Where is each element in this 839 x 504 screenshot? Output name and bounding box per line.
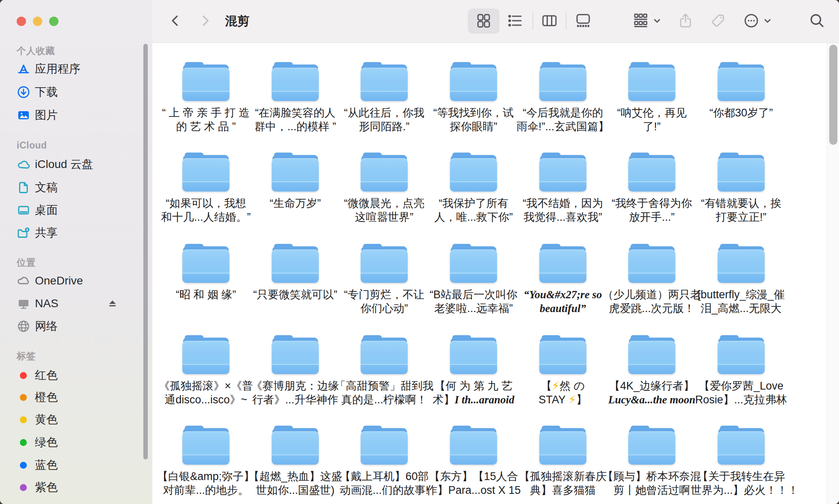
zoom-button[interactable] — [49, 17, 58, 26]
sidebar-item-onedrive[interactable]: OneDrive — [0, 269, 145, 292]
folder-label: 【何 为 第 九 艺术】I th...aranoid — [423, 379, 524, 407]
folder-icon — [628, 244, 675, 283]
folder-item[interactable]: 【顾与】桥本环奈混剪丨她曾活过啊 — [607, 426, 696, 504]
folder-item[interactable]: 【孤独摇滚新春庆典】喜多猫猫 — [518, 426, 608, 504]
folder-item[interactable]: 【⚡然 のSTAY ⚡】 — [518, 335, 608, 425]
folder-item[interactable]: “微微晨光，点亮这喧嚣世界” — [339, 153, 429, 243]
folder-icon — [628, 335, 675, 374]
sidebar-item-tag-blue[interactable]: 蓝色 — [0, 454, 145, 476]
folder-icon — [272, 153, 319, 192]
folder-item[interactable]: “等我找到你，试探你眼睛” — [429, 62, 518, 152]
folder-item[interactable]: “我不结婚，因为我觉得...喜欢我” — [518, 153, 608, 243]
column-view-button[interactable] — [541, 12, 558, 30]
folder-item[interactable]: 【东方】【15人合作】Para...ost X 15 — [429, 426, 518, 504]
close-button[interactable] — [17, 17, 26, 26]
folder-item[interactable]: 【白银&amp;弥子】对前辈...的地步。 — [161, 426, 251, 504]
folder-item[interactable]: “你都30岁了” — [696, 62, 786, 152]
appstore-icon — [16, 62, 31, 76]
sidebar-item-shared[interactable]: 共享 — [0, 222, 145, 244]
documents-icon — [16, 180, 31, 195]
sidebar-item-tag-yellow[interactable]: 黄色 — [0, 408, 145, 431]
folder-item[interactable]: “专门剪烂，不让你们心动” — [339, 244, 429, 334]
group-by-button[interactable] — [632, 12, 650, 30]
folder-icon — [272, 244, 319, 283]
folder-item[interactable]: “You&#x27;re sobeautiful” — [518, 244, 608, 334]
chevron-down-icon[interactable] — [652, 15, 662, 26]
sidebar-item-tag-purple[interactable]: 紫色 — [0, 476, 145, 499]
folder-item[interactable]: “我保护了所有人，唯...救下你” — [429, 153, 518, 243]
folder-grid: “ 上 帝 亲 手 打 造的 艺 术 品 ”“在满脸笑容的人群中，...的模样 … — [152, 43, 839, 504]
sidebar-item-tag-green[interactable]: 绿色 — [0, 431, 145, 454]
sidebar-item-network[interactable]: 网络 — [0, 315, 145, 338]
folder-label: 【白银&amp;弥子】对前辈...的地步。 — [156, 470, 256, 497]
folder-item[interactable]: “在满脸笑容的人群中，...的模样 ” — [251, 62, 340, 152]
minimize-button[interactable] — [33, 17, 42, 26]
folder-item[interactable]: 【爱你罗茜_LoveRosie】...克拉弗林 — [696, 335, 786, 425]
sidebar-item-label: 应用程序 — [35, 61, 80, 77]
folder-item[interactable]: “从此往后，你我形同陌路.” — [339, 62, 429, 152]
sidebar-item-documents[interactable]: 文稿 — [0, 176, 145, 199]
tag-button[interactable] — [709, 12, 727, 30]
forward-button[interactable] — [196, 12, 214, 30]
sidebar-item-desktop[interactable]: 桌面 — [0, 199, 145, 222]
folder-icon — [182, 426, 229, 465]
share-button[interactable] — [677, 12, 694, 30]
folder-item[interactable]: “今后我就是你的雨伞!”...玄武国篇】 — [518, 62, 608, 152]
folder-item[interactable]: “生命万岁” — [251, 153, 340, 243]
folder-item[interactable]: “B站最后一次叫你老婆啦...远幸福” — [429, 244, 518, 334]
folder-item[interactable]: 【4K_边缘行者】Lucy&a...the moon — [607, 335, 696, 425]
folder-item[interactable]: [butterfly_综漫_催泪_高燃...无限大 — [696, 244, 786, 334]
folder-item[interactable]: 《孤独摇滚》×《普通disco...isco》~ — [161, 335, 251, 425]
folder-item[interactable]: 【超燃_热血】这盛世如你...国盛世) — [251, 426, 340, 504]
folder-item[interactable]: “昭 和 姻 缘” — [161, 244, 251, 334]
sidebar-item-pictures[interactable]: 图片 — [0, 104, 145, 127]
orange-tag-icon — [20, 394, 27, 401]
folder-item[interactable]: 【关于我转生在异世界为...】必火！！！ — [696, 426, 786, 504]
folder-icon — [718, 335, 765, 374]
folder-item[interactable]: 《赛博朋克：边缘行者》...升华神作 — [251, 335, 340, 425]
sidebar-item-nas[interactable]: NAS — [0, 292, 145, 315]
sidebar-item-tag-orange[interactable]: 橙色 — [0, 386, 145, 409]
gallery-view-button[interactable] — [574, 12, 592, 30]
folder-item[interactable]: 「高甜预警」甜到我真的是...柠檬啊！ — [339, 335, 429, 425]
folder-icon — [272, 62, 319, 101]
folder-icon — [182, 244, 229, 283]
folder-item[interactable]: 【戴上耳机】60部动画混...们的故事! — [339, 426, 429, 504]
list-view-button[interactable] — [506, 12, 524, 30]
folder-item[interactable]: “有错就要认，挨打要立正!” — [696, 153, 786, 243]
folder-label: “等我找到你，试探你眼睛” — [423, 106, 524, 134]
folder-item[interactable]: “只要微笑就可以” — [251, 244, 340, 334]
sidebar-section-tags: 标签 — [17, 350, 36, 362]
main-scrollbar-track[interactable] — [827, 43, 839, 504]
folder-item[interactable]: “我终于舍得为你放开手...” — [607, 153, 696, 243]
folder-item[interactable]: “ 上 帝 亲 手 打 造的 艺 术 品 ” — [161, 62, 251, 152]
display-icon — [16, 296, 31, 311]
folder-label: “生命万岁” — [245, 196, 346, 210]
sidebar-scrollbar[interactable] — [143, 44, 148, 459]
chevron-down-icon[interactable] — [762, 15, 773, 26]
folder-label: “有错就要认，挨打要立正!” — [691, 196, 791, 224]
folder-icon — [361, 153, 408, 192]
folder-label: “只要微笑就可以” — [245, 288, 346, 302]
back-button[interactable] — [167, 12, 184, 30]
sidebar-item-downloads[interactable]: 下载 — [0, 81, 145, 103]
search-button[interactable] — [808, 12, 826, 30]
folder-icon — [539, 426, 586, 465]
toolbar-divider — [532, 13, 533, 30]
sidebar-item-icloud-drive[interactable]: iCloud 云盘 — [0, 153, 145, 176]
sidebar-item-applications[interactable]: 应用程序 — [0, 58, 145, 80]
folder-item[interactable]: （少儿频道）两只老虎爱跳...次元版！ — [607, 244, 696, 334]
folder-label: [butterfly_综漫_催泪_高燃...无限大 — [691, 288, 791, 315]
folder-item[interactable]: 【何 为 第 九 艺术】I th...aranoid — [429, 335, 518, 425]
sidebar-item-tag-red[interactable]: 红色 — [0, 364, 145, 387]
sidebar-item-label: 共享 — [35, 225, 58, 241]
folder-item[interactable]: “如果可以，我想和十几...人结婚。” — [161, 153, 251, 243]
folder-label: 【4K_边缘行者】Lucy&a...the moon — [601, 379, 702, 407]
folder-item[interactable]: “呐艾伦，再见了!” — [607, 62, 696, 152]
folder-label: “在满脸笑容的人群中，...的模样 ” — [245, 106, 346, 134]
eject-icon[interactable] — [107, 298, 118, 309]
folder-icon — [361, 62, 408, 101]
icon-view-button[interactable] — [475, 12, 493, 30]
main-scrollbar-thumb[interactable] — [829, 45, 837, 145]
more-actions-button[interactable] — [742, 12, 760, 30]
